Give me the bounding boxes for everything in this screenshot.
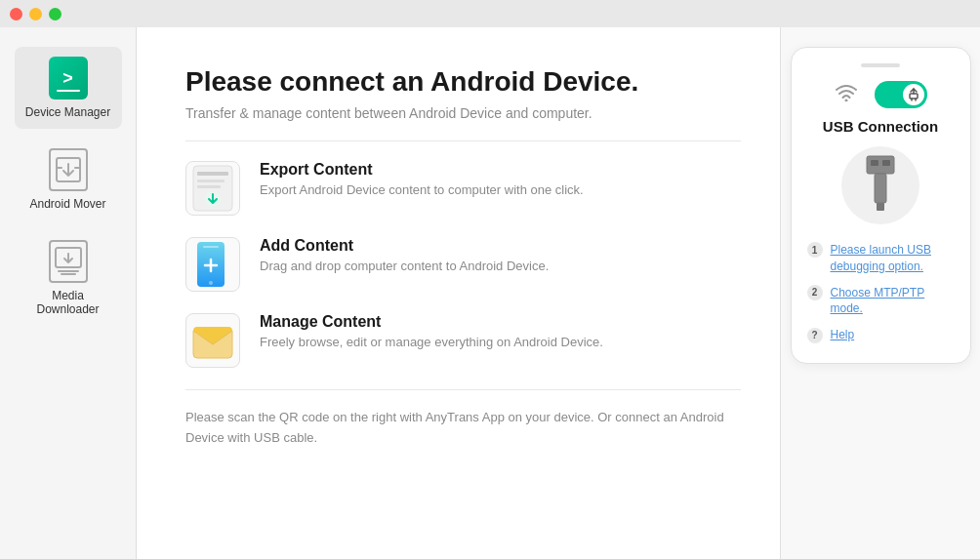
- main-subtitle: Transfer & manage content between Androi…: [185, 105, 741, 121]
- svg-point-11: [209, 281, 213, 285]
- steps-container: 1 Please launch USB debugging option. 2 …: [807, 242, 955, 343]
- step-2-num: 2: [807, 285, 823, 300]
- manage-content-title: Manage Content: [260, 313, 603, 331]
- sidebar-item-media-downloader[interactable]: Media Downloader: [15, 230, 122, 326]
- manage-content-desc: Freely browse, edit or manage everything…: [260, 335, 603, 349]
- svg-point-14: [845, 100, 848, 102]
- manage-icon-wrap: [185, 313, 240, 368]
- step-1-num: 1: [807, 242, 823, 258]
- usb-toggle[interactable]: [875, 81, 927, 108]
- sidebar-label-android-mover: Android Mover: [29, 197, 105, 211]
- android-mover-icon-wrap: [47, 148, 90, 191]
- svg-rect-21: [882, 160, 890, 166]
- sidebar: Device Manager Android Mover: [0, 27, 137, 559]
- export-content-text: Export Content Export Android Device con…: [260, 161, 584, 197]
- bottom-note: Please scan the QR code on the right wit…: [185, 389, 741, 449]
- media-downloader-icon: [49, 240, 88, 283]
- help-question-badge: ?: [807, 328, 823, 343]
- connection-icons-row: [834, 81, 927, 108]
- top-divider: [185, 140, 741, 141]
- card-handle: [861, 63, 900, 67]
- add-content-text: Add Content Drag and drop computer conte…: [260, 237, 549, 273]
- add-content-desc: Drag and drop computer content to Androi…: [260, 259, 549, 273]
- device-manager-icon-wrap: [47, 57, 90, 100]
- sidebar-item-device-manager[interactable]: Device Manager: [15, 47, 122, 129]
- feature-item-add: Add Content Drag and drop computer conte…: [185, 237, 741, 292]
- usb-visual: [841, 146, 919, 224]
- feature-item-export: Export Content Export Android Device con…: [185, 161, 741, 216]
- svg-rect-5: [197, 172, 228, 176]
- media-downloader-icon-wrap: [47, 240, 90, 283]
- step-1: 1 Please launch USB debugging option.: [807, 242, 955, 275]
- help-link[interactable]: Help: [831, 327, 855, 343]
- wifi-icon: [834, 82, 859, 107]
- main-content: Please connect an Android Device. Transf…: [137, 27, 780, 559]
- svg-rect-20: [871, 160, 878, 166]
- feature-item-manage: Manage Content Freely browse, edit or ma…: [185, 313, 741, 368]
- svg-rect-23: [877, 203, 884, 211]
- step-2: 2 Choose MTP/PTP mode.: [807, 285, 955, 318]
- add-icon-wrap: [185, 237, 240, 292]
- main-title: Please connect an Android Device.: [185, 66, 741, 98]
- svg-rect-10: [203, 246, 219, 248]
- app-container: Device Manager Android Mover: [0, 27, 980, 559]
- svg-rect-16: [910, 94, 918, 99]
- device-card: USB Connection: [791, 47, 971, 364]
- manage-content-text: Manage Content Freely browse, edit or ma…: [260, 313, 603, 349]
- device-manager-icon: [49, 57, 88, 100]
- svg-rect-22: [875, 174, 886, 203]
- sidebar-label-media-downloader: Media Downloader: [22, 289, 114, 316]
- close-button[interactable]: [10, 8, 22, 20]
- maximize-button[interactable]: [49, 8, 61, 20]
- export-content-desc: Export Android Device content to compute…: [260, 182, 584, 197]
- right-panel: USB Connection: [780, 27, 980, 559]
- android-mover-icon: [49, 148, 88, 191]
- export-icon-wrap: [185, 161, 240, 216]
- help-row: ? Help: [807, 327, 955, 343]
- svg-rect-6: [197, 180, 225, 182]
- step-1-link[interactable]: Please launch USB debugging option.: [831, 242, 955, 275]
- add-content-title: Add Content: [260, 237, 549, 255]
- export-content-title: Export Content: [260, 161, 584, 179]
- usb-toggle-knob: [903, 84, 924, 105]
- titlebar: [0, 0, 980, 27]
- sidebar-label-device-manager: Device Manager: [25, 105, 110, 119]
- usb-plug-icon: [859, 154, 902, 217]
- connection-title: USB Connection: [823, 118, 938, 135]
- sidebar-item-android-mover[interactable]: Android Mover: [15, 139, 122, 220]
- minimize-button[interactable]: [29, 8, 42, 20]
- step-2-link[interactable]: Choose MTP/PTP mode.: [831, 285, 955, 318]
- svg-rect-7: [197, 185, 221, 188]
